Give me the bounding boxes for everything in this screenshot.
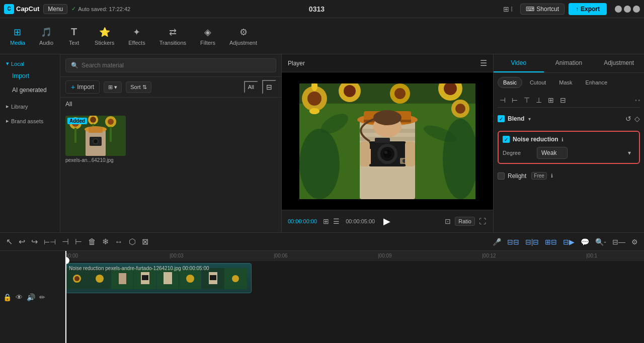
tool-media[interactable]: ⊞ Media [4,24,31,49]
timeline-toolbar: ↖ ↩ ↪ ⊢⊣ ⊣ ⊢ 🗑 ❄ ↔ ⬡ ⊠ 🎤 ⊟⊟ ⊟|⊟ ⊞⊟ ⊟▶ 💬 … [0,233,644,251]
split-button[interactable]: ⊢⊣ [42,236,58,248]
crop-tl-button[interactable]: ⊠ [140,235,150,248]
menu-button[interactable]: Menu [43,4,67,14]
search-box[interactable]: 🔍 [65,58,276,72]
align-top-icon[interactable]: ⊥ [534,95,544,105]
relight-info-icon[interactable]: ℹ [551,173,553,179]
caption-button[interactable]: 💬 [579,236,591,248]
svg-point-74 [232,275,239,282]
transform-button[interactable]: ⬡ [127,235,138,248]
redo-button[interactable]: ↪ [29,235,40,248]
play-button[interactable]: ▶ [380,214,394,228]
shortcut-button[interactable]: ⌨ Shortcut [520,4,565,15]
grid-icon[interactable]: ⊞ [322,216,330,226]
sort-button[interactable]: Sort ⇅ [126,81,151,93]
noise-reduction-info-icon[interactable]: ℹ [561,137,564,142]
clip-connect-button[interactable]: ⊟⊟ [505,236,521,248]
window-controls [615,6,640,13]
video-track-button[interactable]: ⊟▶ [561,236,577,248]
distribute-icon[interactable]: ⊞ [546,95,556,105]
track-edit-button[interactable]: ✏ [38,292,46,302]
align-right-icon[interactable]: ⊤ [522,95,532,105]
nav-ai-generated[interactable]: AI generated [2,83,58,97]
sub-tab-cutout[interactable]: Cutout [524,77,551,88]
library-section-header[interactable]: ▸ Library [0,101,60,112]
tool-transitions[interactable]: ⇄ Transitions [153,24,192,49]
tool-filters[interactable]: ◈ Filters [194,24,221,49]
freeze-button[interactable]: ❄ [100,235,111,248]
noise-degree-select[interactable]: Weak Medium Strong [537,147,568,159]
minimize-button[interactable] [615,6,622,13]
crop-icon[interactable]: ⊡ [444,216,452,226]
import-button[interactable]: + Import [65,80,100,94]
sub-tab-enhance[interactable]: Enhance [580,77,613,88]
export-button[interactable]: ↑ Export [569,3,607,15]
blend-dropdown-icon[interactable]: ▾ [528,116,531,122]
close-button[interactable] [633,6,640,13]
brand-assets-label: Brand assets [11,118,43,124]
noise-reduction-checkbox[interactable]: ✓ [503,136,510,143]
sub-tab-mask[interactable]: Mask [553,77,578,88]
nav-import[interactable]: Import [2,69,58,82]
zoom-slider[interactable]: ⊟— [610,236,627,248]
auto-saved-text: Auto saved: 17:22:42 [78,6,130,12]
tool-effects[interactable]: ✦ Effects [122,24,151,49]
track-audio-button[interactable]: 🔊 [26,292,36,302]
tool-text[interactable]: T Text [61,23,87,49]
relight-checkbox[interactable] [498,173,505,180]
clip-merge-button[interactable]: ⊞⊟ [543,236,559,248]
split-right-button[interactable]: ⊢ [73,235,84,248]
tool-audio[interactable]: 🎵 Audio [33,24,59,49]
brand-assets-section-header[interactable]: ▸ Brand assets [0,116,60,126]
align-left-icon[interactable]: ⊣ [498,95,508,105]
player-menu-button[interactable]: ☰ [480,58,487,68]
settings-tl-button[interactable]: ⚙ [629,236,640,248]
screen-options-icon[interactable]: ⊞ [503,5,509,13]
more-align-icon[interactable]: ⊟ [558,95,568,105]
blend-reset-button[interactable]: ↺ [625,115,631,123]
grid-view-button[interactable]: ⊞ ▾ [104,81,122,93]
fullscreen-icon[interactable]: ⛶ [478,216,487,226]
media-item[interactable]: Added pexels-an...64210.jpg [65,116,133,227]
timeline-clip[interactable]: Noise reduction pexels-andre-furtado-126… [65,263,252,293]
split-left-button[interactable]: ⊣ [60,235,71,248]
svg-rect-7 [74,128,76,143]
filter-toggle-button[interactable]: ⊟ [262,80,276,94]
track-lock-button[interactable]: 🔒 [2,292,13,302]
search-input[interactable] [82,62,271,69]
blend-checkbox[interactable]: ✓ [498,115,505,122]
tab-video[interactable]: Video [494,54,544,72]
timeline-playhead[interactable] [65,261,66,343]
align-center-icon[interactable]: ⊢ [510,95,520,105]
tool-text-label: Text [69,40,79,46]
tab-adjustment[interactable]: Adjustment [594,54,644,72]
player-right-controls: ⊡ Ratio ⛶ [444,216,487,226]
sub-tab-basic[interactable]: Basic [498,77,522,88]
clip-split-button[interactable]: ⊟|⊟ [523,236,541,248]
local-section-header[interactable]: ▾ Local [0,58,60,69]
tool-transitions-label: Transitions [159,40,186,46]
svg-point-4 [90,117,96,123]
select-tool-button[interactable]: ↖ [4,235,15,248]
mic-button[interactable]: 🎤 [491,236,503,248]
delete-button[interactable]: 🗑 [86,235,98,248]
tool-adjustment[interactable]: ⚙ Adjustment [223,24,263,49]
rotate-button[interactable]: ↔ [113,235,125,248]
clip-label: Noise reduction pexels-andre-furtado-126… [69,266,209,271]
svg-rect-62 [119,273,126,284]
all-filter-button[interactable]: All [244,81,258,93]
ratio-button[interactable]: Ratio [455,217,475,226]
zoom-out-button[interactable]: 🔍- [593,236,608,248]
library-label: Library [11,104,28,110]
blend-keyframe-button[interactable]: ◇ [634,115,640,123]
undo-button[interactable]: ↩ [17,235,27,248]
app-name: CapCut [16,5,39,13]
blend-section-header[interactable]: ✓ Blend ▾ ↺ ◇ [498,112,640,126]
ruler-mark-6: |00:06 [274,253,288,259]
noise-reduction-header: ✓ Noise reduction ℹ [503,136,635,143]
tab-animation[interactable]: Animation [544,54,594,72]
maximize-button[interactable] [624,6,631,13]
track-visibility-button[interactable]: 👁 [15,292,24,302]
list-icon[interactable]: ☰ [332,216,341,226]
tool-stickers[interactable]: ⭐ Stickers [89,24,120,49]
